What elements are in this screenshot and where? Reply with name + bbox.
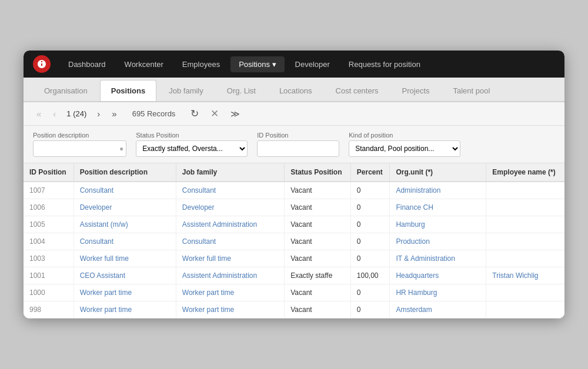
clear-button[interactable]: ✕ xyxy=(207,106,222,121)
cell-family[interactable]: Consultant xyxy=(182,186,216,194)
cell-percent: 100,00 xyxy=(350,267,390,284)
filter-position-desc: Position description ● xyxy=(33,132,126,157)
cell-family[interactable]: Worker full time xyxy=(182,254,231,263)
col-header-percent: Percent xyxy=(350,163,390,182)
table-header-row: ID Position Position description Job fam… xyxy=(24,163,564,182)
filter-area: Position description ● Status Position E… xyxy=(24,126,564,163)
records-count: 695 Records xyxy=(132,109,176,118)
cell-status: Vacant xyxy=(285,284,351,301)
nav-requests[interactable]: Requests for position xyxy=(340,56,429,72)
cell-description[interactable]: Developer xyxy=(80,203,112,212)
cell-family[interactable]: Developer xyxy=(182,203,215,212)
table-row: 1004ConsultantConsultantVacant0Productio… xyxy=(24,233,564,250)
cell-description[interactable]: Worker full time xyxy=(80,254,129,263)
tab-positions[interactable]: Positions xyxy=(100,80,157,101)
filter-kind: Kind of position Standard, Pool position… xyxy=(349,132,460,157)
status-select[interactable]: Exactly staffed, Oversta... xyxy=(136,140,248,157)
position-desc-label: Position description xyxy=(33,132,126,139)
nav-developer[interactable]: Developer xyxy=(287,56,338,72)
cell-id: 1006 xyxy=(24,199,74,216)
cell-orgunit[interactable]: Administration xyxy=(396,186,440,194)
cell-employee xyxy=(486,301,564,318)
cell-orgunit[interactable]: HR Hamburg xyxy=(396,289,437,297)
nav-workcenter[interactable]: Workcenter xyxy=(116,56,172,72)
cell-percent: 0 xyxy=(350,233,390,250)
position-desc-input[interactable] xyxy=(36,145,118,153)
id-input[interactable] xyxy=(257,140,339,157)
cell-id: 1004 xyxy=(24,233,74,250)
filter-status: Status Position Exactly staffed, Oversta… xyxy=(136,132,248,157)
refresh-button[interactable]: ↻ xyxy=(187,106,202,121)
cell-orgunit[interactable]: Hamburg xyxy=(396,220,425,229)
cell-employee xyxy=(486,182,564,199)
cell-id: 1000 xyxy=(24,284,74,301)
filter-id: ID Position xyxy=(257,132,339,157)
cell-employee: Tristan Wichlig xyxy=(486,267,564,284)
next-page-button[interactable]: › xyxy=(93,108,103,120)
cell-percent: 0 xyxy=(350,199,390,216)
cell-id: 1005 xyxy=(24,216,74,233)
cell-percent: 0 xyxy=(350,182,390,199)
nav-employees[interactable]: Employees xyxy=(174,56,228,72)
positions-table: ID Position Position description Job fam… xyxy=(24,163,564,318)
cell-id: 1001 xyxy=(24,267,74,284)
cell-orgunit[interactable]: Headquarters xyxy=(396,271,439,280)
cell-family[interactable]: Consultant xyxy=(182,237,216,246)
cell-orgunit[interactable]: Finance CH xyxy=(396,203,433,212)
cell-description[interactable]: Consultant xyxy=(80,186,113,194)
kind-select[interactable]: Standard, Pool position... xyxy=(349,140,460,157)
col-header-status: Status Position xyxy=(285,163,351,182)
last-page-button[interactable]: » xyxy=(108,108,120,120)
tab-organisation[interactable]: Organisation xyxy=(33,80,99,101)
cell-description[interactable]: Consultant xyxy=(80,237,113,246)
toolbar: « ‹ 1 (24) › » 695 Records ↻ ✕ ≫ xyxy=(24,102,564,126)
app-logo[interactable] xyxy=(33,55,51,73)
cell-orgunit[interactable]: Production xyxy=(396,237,429,246)
position-desc-input-wrapper: ● xyxy=(33,140,126,157)
cell-family[interactable]: Worker part time xyxy=(182,306,234,314)
table-row: 1003Worker full timeWorker full timeVaca… xyxy=(24,250,564,267)
top-nav: Dashboard Workcenter Employees Positions… xyxy=(24,51,564,78)
table-row: 1000Worker part timeWorker part timeVaca… xyxy=(24,284,564,301)
cell-employee xyxy=(486,284,564,301)
table-row: 998Worker part timeWorker part timeVacan… xyxy=(24,301,564,318)
cell-status: Vacant xyxy=(285,199,351,216)
status-label: Status Position xyxy=(136,132,248,139)
nav-positions[interactable]: Positions ▾ xyxy=(230,56,284,72)
tab-talentpool[interactable]: Talent pool xyxy=(442,80,502,101)
col-header-family: Job family xyxy=(176,163,284,182)
col-header-desc: Position description xyxy=(74,163,176,182)
cell-id: 1007 xyxy=(24,182,74,199)
nav-dashboard[interactable]: Dashboard xyxy=(60,56,114,72)
prev-page-button[interactable]: ‹ xyxy=(49,108,59,120)
cell-description[interactable]: Worker part time xyxy=(80,306,132,314)
cell-status: Vacant xyxy=(285,250,351,267)
cell-orgunit[interactable]: IT & Administration xyxy=(396,254,455,263)
cell-family[interactable]: Worker part time xyxy=(182,289,234,297)
tab-locations[interactable]: Locations xyxy=(268,80,323,101)
cell-id: 1003 xyxy=(24,250,74,267)
id-label: ID Position xyxy=(257,132,339,139)
cell-family[interactable]: Assistent Administration xyxy=(182,220,257,229)
cell-description[interactable]: Worker part time xyxy=(80,289,132,297)
page-info: 1 (24) xyxy=(66,109,86,118)
tab-orglist[interactable]: Org. List xyxy=(216,80,267,101)
cell-status: Vacant xyxy=(285,233,351,250)
cell-family[interactable]: Assistent Administration xyxy=(182,271,257,280)
cell-orgunit[interactable]: Amsterdam xyxy=(396,306,432,314)
col-header-employee: Employee name (*) xyxy=(486,163,564,182)
expand-button[interactable]: ≫ xyxy=(227,108,243,120)
cell-percent: 0 xyxy=(350,284,390,301)
cell-percent: 0 xyxy=(350,216,390,233)
first-page-button[interactable]: « xyxy=(33,108,45,120)
tab-costcenters[interactable]: Cost centers xyxy=(325,80,390,101)
cell-status: Exactly staffe xyxy=(285,267,351,284)
cell-employee xyxy=(486,199,564,216)
main-window: Dashboard Workcenter Employees Positions… xyxy=(24,51,564,318)
cell-description[interactable]: Assistant (m/w) xyxy=(80,220,128,229)
cell-employee xyxy=(486,216,564,233)
tab-projects[interactable]: Projects xyxy=(391,80,441,101)
tab-jobfamily[interactable]: Job family xyxy=(158,80,215,101)
cell-percent: 0 xyxy=(350,250,390,267)
cell-description[interactable]: CEO Assistant xyxy=(80,271,125,280)
